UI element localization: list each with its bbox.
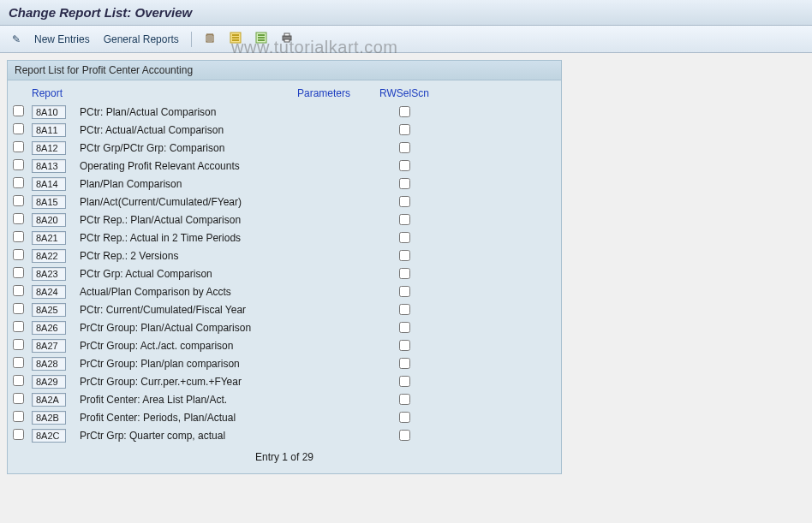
row-select-checkbox[interactable] xyxy=(13,159,24,170)
select-all-button[interactable] xyxy=(224,29,247,49)
row-select-checkbox[interactable] xyxy=(13,339,24,350)
report-description: Actual/Plan Comparison by Accts xyxy=(75,286,297,298)
report-code-input[interactable]: 8A13 xyxy=(32,159,66,173)
row-select-checkbox[interactable] xyxy=(13,249,24,260)
report-description: PrCtr Group: Plan/plan comparison xyxy=(75,358,297,370)
table-row: 8A2BProfit Center: Periods, Plan/Actual xyxy=(13,408,556,426)
rwselscn-checkbox[interactable] xyxy=(399,106,410,117)
report-code-input[interactable]: 8A11 xyxy=(32,123,66,137)
general-reports-button[interactable]: General Reports xyxy=(99,31,184,48)
row-select-checkbox[interactable] xyxy=(13,285,24,296)
svg-rect-10 xyxy=(258,34,265,36)
rwselscn-checkbox[interactable] xyxy=(399,394,410,405)
rwselscn-checkbox[interactable] xyxy=(399,250,410,261)
report-description: PrCtr Group: Act./act. comparison xyxy=(75,340,297,352)
row-select-checkbox[interactable] xyxy=(13,231,24,242)
row-select-checkbox[interactable] xyxy=(13,393,24,404)
page-title: Change Report List: Overview xyxy=(0,0,812,26)
rwselscn-checkbox[interactable] xyxy=(399,412,410,423)
report-code-input[interactable]: 8A2C xyxy=(32,429,66,443)
row-select-checkbox[interactable] xyxy=(13,429,24,440)
grid-header-row: Report Parameters RWSelScn xyxy=(13,84,556,103)
report-description: PCtr: Plan/Actual Comparison xyxy=(75,106,297,118)
new-entries-button[interactable]: New Entries xyxy=(29,31,95,48)
deselect-all-button[interactable] xyxy=(250,29,272,49)
rwselscn-checkbox[interactable] xyxy=(399,214,410,225)
rwselscn-checkbox[interactable] xyxy=(399,304,410,315)
report-description: Profit Center: Periods, Plan/Actual xyxy=(75,412,297,424)
print-button[interactable] xyxy=(276,29,298,49)
report-description: PCtr Grp/PCtr Grp: Comparison xyxy=(75,142,297,154)
report-code-input[interactable]: 8A20 xyxy=(32,213,66,227)
report-code-input[interactable]: 8A29 xyxy=(32,375,66,389)
toggle-edit-button[interactable]: ✎ xyxy=(7,31,26,48)
rwselscn-checkbox[interactable] xyxy=(399,322,410,333)
rwselscn-checkbox[interactable] xyxy=(399,376,410,387)
row-select-checkbox[interactable] xyxy=(13,303,24,314)
table-row: 8A2AProfit Center: Area List Plan/Act. xyxy=(13,390,556,408)
report-description: PCtr Rep.: 2 Versions xyxy=(75,250,297,262)
table-row: 8A28PrCtr Group: Plan/plan comparison xyxy=(13,354,556,372)
report-code-input[interactable]: 8A12 xyxy=(32,141,66,155)
report-description: PrCtr Grp: Quarter comp, actual xyxy=(75,430,297,442)
report-code-input[interactable]: 8A2B xyxy=(32,411,66,425)
row-select-checkbox[interactable] xyxy=(13,411,24,422)
rwselscn-checkbox[interactable] xyxy=(399,160,410,171)
col-header-rwselscn[interactable]: RWSelScn xyxy=(374,87,434,99)
table-row: 8A11PCtr: Actual/Actual Comparison xyxy=(13,121,556,139)
rwselscn-checkbox[interactable] xyxy=(399,340,410,351)
svg-rect-11 xyxy=(258,37,265,39)
report-code-input[interactable]: 8A15 xyxy=(32,195,66,209)
rwselscn-checkbox[interactable] xyxy=(399,196,410,207)
svg-rect-14 xyxy=(284,33,290,36)
report-code-input[interactable]: 8A28 xyxy=(32,357,66,371)
report-description: PCtr: Actual/Actual Comparison xyxy=(75,124,297,136)
col-header-parameters[interactable]: Parameters xyxy=(297,87,374,99)
rwselscn-checkbox[interactable] xyxy=(399,124,410,135)
table-row: 8A13Operating Profit Relevant Accounts xyxy=(13,157,556,175)
report-code-input[interactable]: 8A2A xyxy=(32,393,66,407)
rwselscn-checkbox[interactable] xyxy=(399,268,410,279)
rwselscn-checkbox[interactable] xyxy=(399,358,410,369)
trash-icon xyxy=(204,32,216,46)
rwselscn-checkbox[interactable] xyxy=(399,232,410,243)
row-select-checkbox[interactable] xyxy=(13,141,24,152)
row-select-checkbox[interactable] xyxy=(13,267,24,278)
rwselscn-checkbox[interactable] xyxy=(399,142,410,153)
delete-button[interactable] xyxy=(199,29,221,49)
report-description: PrCtr Group: Curr.per.+cum.+FYear xyxy=(75,376,297,388)
table-row: 8A23PCtr Grp: Actual Comparison xyxy=(13,264,556,282)
report-code-input[interactable]: 8A21 xyxy=(32,231,66,245)
rwselscn-checkbox[interactable] xyxy=(399,178,410,189)
row-select-checkbox[interactable] xyxy=(13,105,24,116)
report-description: PCtr: Current/Cumulated/Fiscal Year xyxy=(75,304,297,316)
report-code-input[interactable]: 8A22 xyxy=(32,249,66,263)
rwselscn-checkbox[interactable] xyxy=(399,286,410,297)
row-select-checkbox[interactable] xyxy=(13,213,24,224)
svg-rect-15 xyxy=(284,39,290,42)
row-select-checkbox[interactable] xyxy=(13,375,24,386)
col-header-report[interactable]: Report xyxy=(32,87,75,99)
row-select-checkbox[interactable] xyxy=(13,177,24,188)
report-code-input[interactable]: 8A10 xyxy=(32,105,66,119)
svg-rect-7 xyxy=(232,37,239,39)
report-description: Plan/Act(Current/Cumulated/FYear) xyxy=(75,196,297,208)
table-row: 8A2CPrCtr Grp: Quarter comp, actual xyxy=(13,426,556,444)
svg-rect-6 xyxy=(232,34,239,36)
row-select-checkbox[interactable] xyxy=(13,321,24,332)
report-description: PCtr Rep.: Plan/Actual Comparison xyxy=(75,214,297,226)
report-code-input[interactable]: 8A27 xyxy=(32,339,66,353)
report-code-input[interactable]: 8A14 xyxy=(32,177,66,191)
report-code-input[interactable]: 8A23 xyxy=(32,267,66,281)
table-row: 8A12PCtr Grp/PCtr Grp: Comparison xyxy=(13,139,556,157)
report-description: PrCtr Group: Plan/Actual Comparison xyxy=(75,322,297,334)
rwselscn-checkbox[interactable] xyxy=(399,430,410,441)
report-code-input[interactable]: 8A25 xyxy=(32,303,66,317)
report-description: PCtr Rep.: Actual in 2 Time Periods xyxy=(75,232,297,244)
toolbar: ✎ New Entries General Reports xyxy=(0,26,812,53)
report-code-input[interactable]: 8A24 xyxy=(32,285,66,299)
row-select-checkbox[interactable] xyxy=(13,123,24,134)
report-code-input[interactable]: 8A26 xyxy=(32,321,66,335)
row-select-checkbox[interactable] xyxy=(13,357,24,368)
row-select-checkbox[interactable] xyxy=(13,195,24,206)
